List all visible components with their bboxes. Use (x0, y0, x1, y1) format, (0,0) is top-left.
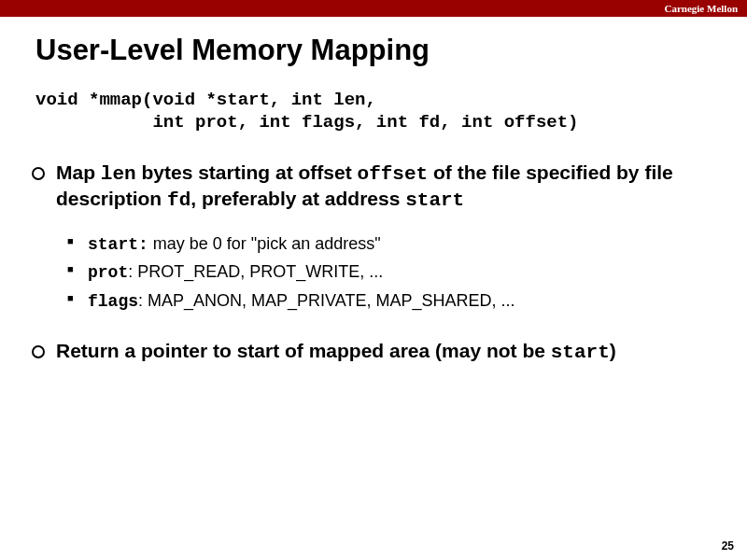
text: may be 0 for "pick an address" (148, 234, 381, 253)
sub-bullet-flags: flags: MAP_ANON, MAP_PRIVATE, MAP_SHARED… (88, 290, 712, 313)
text: bytes starting at offset (136, 161, 358, 183)
sub-bullet-prot: prot: PROT_READ, PROT_WRITE, ... (88, 261, 712, 284)
bullet-map-description: Map len bytes starting at offset offset … (56, 161, 712, 214)
text: : MAP_ANON, MAP_PRIVATE, MAP_SHARED, ... (138, 291, 514, 310)
bullet-list: Map len bytes starting at offset offset … (0, 134, 747, 366)
code-signature: void *mmap(void *start, int len, int pro… (0, 77, 747, 134)
code-start: start (551, 342, 610, 363)
code-start: start (405, 189, 464, 211)
code-offset: offset (358, 163, 429, 185)
code-line-2: int prot, int flags, int fd, int offset) (35, 112, 579, 133)
code-fd: fd (167, 189, 190, 211)
text: : PROT_READ, PROT_WRITE, ... (128, 262, 383, 281)
slide: Carnegie Mellon User-Level Memory Mappin… (0, 0, 747, 560)
code-len: len (101, 163, 136, 185)
code-line-1: void *mmap(void *start, int len, (35, 90, 376, 110)
slide-title: User-Level Memory Mapping (0, 17, 747, 77)
text: , preferably at address (190, 188, 405, 209)
code-prot: prot (88, 263, 128, 282)
code-start: start: (88, 235, 148, 254)
sub-bullet-start: start: may be 0 for "pick an address" (88, 233, 712, 256)
top-bar: Carnegie Mellon (0, 0, 747, 17)
sub-bullet-list: start: may be 0 for "pick an address" pr… (56, 222, 712, 339)
text: ) (610, 340, 616, 361)
bullet-return: Return a pointer to start of mapped area… (56, 339, 712, 365)
page-number: 25 (722, 539, 734, 553)
code-flags: flags (88, 292, 138, 311)
text: Return a pointer to start of mapped area… (56, 340, 551, 361)
text: Map (56, 161, 101, 183)
brand-label: Carnegie Mellon (664, 3, 738, 14)
